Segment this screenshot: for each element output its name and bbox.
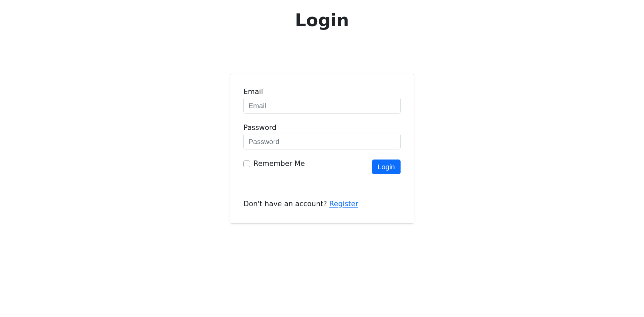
register-link[interactable]: Register [329,200,358,208]
email-field[interactable] [243,98,401,114]
remember-me-label[interactable]: Remember Me [254,160,305,168]
page-title: Login [59,10,585,30]
login-card: Email Password Remember Me Login Don't h… [230,74,414,224]
login-button[interactable]: Login [372,160,401,174]
remember-check: Remember Me [243,160,305,168]
login-page: Login Email Password Remember Me Login D… [59,0,585,224]
login-form: Email Password Remember Me Login Don't h… [243,88,401,208]
remember-me-checkbox[interactable] [243,161,250,167]
email-label: Email [243,88,401,96]
actions-row: Remember Me Login [243,160,401,174]
password-group: Password [243,124,401,149]
password-field[interactable] [243,134,401,149]
register-prompt-line: Don't have an account? Register [243,200,401,208]
password-label: Password [243,124,401,132]
register-prompt-text: Don't have an account? [243,200,329,208]
email-group: Email [243,88,401,114]
